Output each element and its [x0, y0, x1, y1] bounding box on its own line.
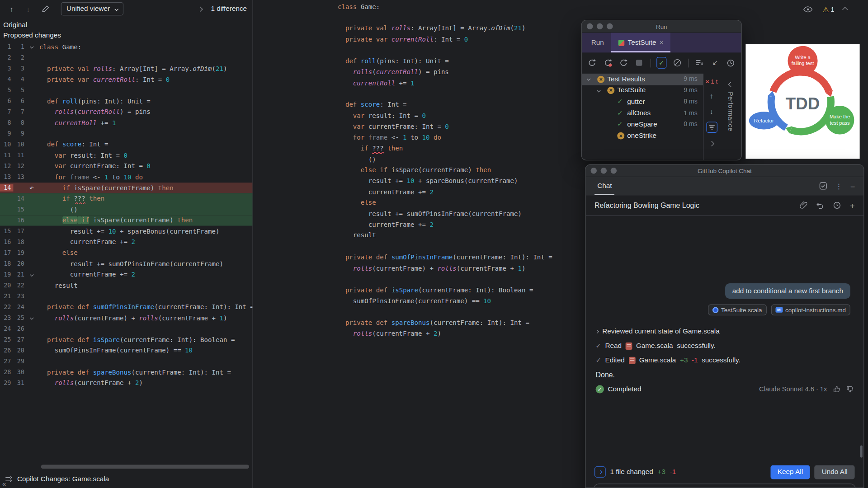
navigate-to-source-button[interactable]: ↙ — [710, 57, 720, 69]
expand-icon[interactable] — [710, 140, 714, 147]
diff-row: 1111 var result: Int = 0 — [0, 150, 253, 161]
test-history-button[interactable] — [726, 57, 736, 69]
toggle-auto-test-button[interactable] — [619, 57, 628, 69]
diff-line-number-new: 9 — [13, 130, 26, 137]
diff-line-number-old: 26 — [0, 347, 13, 354]
keep-all-button[interactable]: Keep All — [770, 465, 810, 479]
diff-line-number-old: 14 — [0, 184, 13, 192]
diff-row: 55 — [0, 85, 253, 96]
minimize-icon[interactable]: – — [851, 182, 855, 190]
vertical-scrollbar[interactable] — [860, 446, 863, 458]
test-passed-icon: ✓ — [617, 98, 623, 105]
test-tree-row[interactable]: ×TestSuite9 ms — [582, 85, 703, 96]
expand-changes-button[interactable] — [594, 466, 605, 477]
diff-line-number-new: 2 — [13, 54, 26, 61]
separator — [650, 58, 651, 67]
run-window-title: Run — [656, 23, 667, 30]
stop-icon — [637, 60, 642, 66]
diff-line-number-new: 4 — [13, 76, 26, 83]
test-tree-row[interactable]: ×oneStrike — [582, 130, 703, 141]
test-error-icon: × — [617, 132, 624, 140]
test-duration: 9 ms — [684, 87, 698, 94]
diff-line-number-old: 27 — [0, 358, 13, 365]
new-chat-icon[interactable]: + — [850, 201, 855, 210]
test-tree-row[interactable]: ×Test Results9 ms — [582, 74, 703, 85]
revert-change-button[interactable]: ↶ — [27, 184, 37, 192]
fold-toggle[interactable] — [27, 46, 37, 48]
window-controls — [587, 23, 613, 29]
rerun-failed-tests-button[interactable] — [603, 57, 613, 69]
run-tree: ×Test Results9 ms×TestSuite9 ms✓gutter8 … — [582, 74, 703, 142]
eye-icon[interactable] — [802, 3, 814, 15]
chat-input-box[interactable]: M copilot-instructions.md × Agent Claude… — [594, 483, 856, 488]
scala-icon — [712, 307, 718, 313]
diff-code[interactable]: 11class Game:22 33 private val rolls: Ar… — [0, 42, 253, 389]
chat-window-title: GitHub Copilot Chat — [698, 167, 752, 174]
stop-button[interactable] — [635, 57, 644, 69]
fold-toggle[interactable] — [27, 317, 37, 319]
collapse-icon[interactable]: « — [2, 480, 6, 488]
chevron-down-icon[interactable] — [597, 88, 601, 92]
diff-line-number-new: 22 — [13, 282, 26, 289]
filter-toggle[interactable] — [706, 122, 717, 132]
tab-run[interactable]: Run — [584, 33, 611, 52]
test-icon — [618, 40, 624, 46]
chevron-down-icon[interactable] — [587, 77, 591, 81]
diff-line-number-old: 17 — [0, 249, 13, 257]
ide-screen: ↑ ↓ Unified viewer 1 difference Original… — [0, 0, 868, 488]
diff-line-number-new: 21 — [13, 271, 26, 278]
zoom-button[interactable] — [607, 23, 613, 29]
prev-change-button[interactable]: ↑ — [5, 3, 18, 15]
minimize-button[interactable] — [601, 168, 607, 174]
diff-line-number-old: 7 — [0, 108, 13, 116]
undo-all-button[interactable]: Undo All — [815, 465, 855, 479]
show-passed-toggle[interactable]: ✓ — [657, 57, 666, 69]
step-reviewed[interactable]: Reviewed current state of Game.scala — [596, 324, 854, 339]
tab-testsuite[interactable]: TestSuite × — [611, 33, 671, 52]
edit-icon[interactable] — [39, 3, 51, 15]
test-passed-icon: ✓ — [617, 120, 623, 128]
notifications-button[interactable]: ⚠1 — [823, 5, 835, 14]
attach-icon[interactable] — [800, 202, 807, 209]
tab-performance[interactable]: Performance — [727, 92, 734, 131]
code-line: private def sumOfPinsInFrame(currentFram… — [338, 252, 552, 263]
viewer-mode-dropdown[interactable]: Unified viewer — [61, 2, 123, 15]
chevron-left-icon[interactable] — [728, 82, 733, 87]
select-all-icon[interactable] — [819, 182, 827, 190]
test-name: oneStrike — [627, 131, 656, 139]
diff-row: 16 else if isSpare(currentFrame) then — [0, 215, 253, 226]
thumbs-down-icon[interactable] — [846, 385, 854, 393]
test-tree-row[interactable]: ✓oneSpare0 ms — [582, 119, 703, 130]
test-tree-row[interactable]: ✓gutter8 ms — [582, 96, 703, 108]
fold-toggle[interactable] — [27, 273, 37, 276]
diff-line-number-new: 8 — [13, 119, 26, 127]
code-line: class Game: — [338, 2, 552, 13]
previous-failed-button[interactable]: ↑ — [710, 92, 713, 100]
code-text: sumOfPinsInFrame(currentFrame) == 10 — [37, 347, 193, 354]
close-icon[interactable]: × — [660, 39, 664, 47]
next-change-button[interactable]: ↓ — [22, 3, 34, 15]
context-chip[interactable]: TestSuite.scala — [708, 304, 767, 315]
sort-tests-button[interactable] — [694, 57, 704, 69]
minimize-button[interactable] — [597, 23, 603, 29]
close-button[interactable] — [587, 23, 593, 29]
zoom-button[interactable] — [611, 168, 617, 174]
tdd-red-label-2: failing test — [792, 61, 814, 66]
code-text: class Game: — [37, 43, 81, 51]
close-button[interactable] — [591, 168, 597, 174]
undo-icon[interactable] — [816, 202, 824, 209]
diff-row: 2123 — [0, 291, 253, 302]
history-icon[interactable] — [833, 202, 841, 209]
rerun-tests-button[interactable] — [587, 57, 597, 69]
next-failed-button[interactable]: ↓ — [710, 108, 713, 116]
horizontal-scrollbar[interactable] — [41, 465, 249, 469]
context-chip[interactable]: Mcopilot-instructions.md — [771, 304, 850, 315]
goto-difference-button[interactable] — [194, 3, 207, 15]
test-tree-row[interactable]: ✓allOnes1 ms — [582, 108, 703, 119]
thumbs-up-icon[interactable] — [833, 385, 840, 393]
more-options-icon[interactable]: ⋮ — [835, 182, 842, 190]
show-ignored-toggle[interactable] — [672, 57, 682, 69]
diff-line-number-old: 23 — [0, 314, 13, 322]
tab-chat[interactable]: Chat — [594, 177, 615, 195]
chevron-up-icon[interactable] — [842, 7, 848, 12]
